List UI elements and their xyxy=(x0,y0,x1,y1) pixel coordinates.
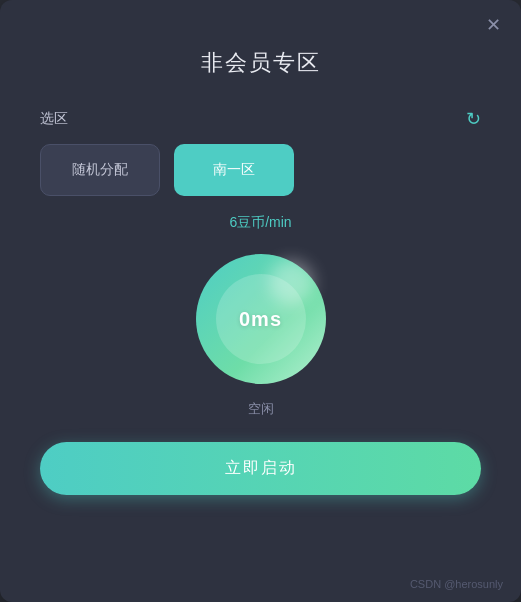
refresh-icon[interactable]: ↻ xyxy=(466,108,481,130)
status-label: 空闲 xyxy=(248,400,274,418)
close-button[interactable]: ✕ xyxy=(486,16,501,34)
server-btn-south1[interactable]: 南一区 xyxy=(174,144,294,196)
price-label: 6豆币/min xyxy=(229,214,291,232)
main-window: ✕ 非会员专区 选区 ↻ 随机分配 南一区 6豆币/min 0ms 空闲 立即启… xyxy=(0,0,521,602)
start-button[interactable]: 立即启动 xyxy=(40,442,481,495)
server-list: 随机分配 南一区 xyxy=(40,144,481,196)
section-header: 选区 ↻ xyxy=(40,108,481,130)
ping-outer-circle: 0ms xyxy=(196,254,326,384)
watermark: CSDN @herosunly xyxy=(410,578,503,590)
section-label: 选区 xyxy=(40,110,68,128)
ping-value: 0ms xyxy=(239,308,282,331)
server-btn-random[interactable]: 随机分配 xyxy=(40,144,160,196)
page-title: 非会员专区 xyxy=(201,48,321,78)
ping-display: 0ms xyxy=(196,254,326,384)
ping-inner-circle: 0ms xyxy=(216,274,306,364)
